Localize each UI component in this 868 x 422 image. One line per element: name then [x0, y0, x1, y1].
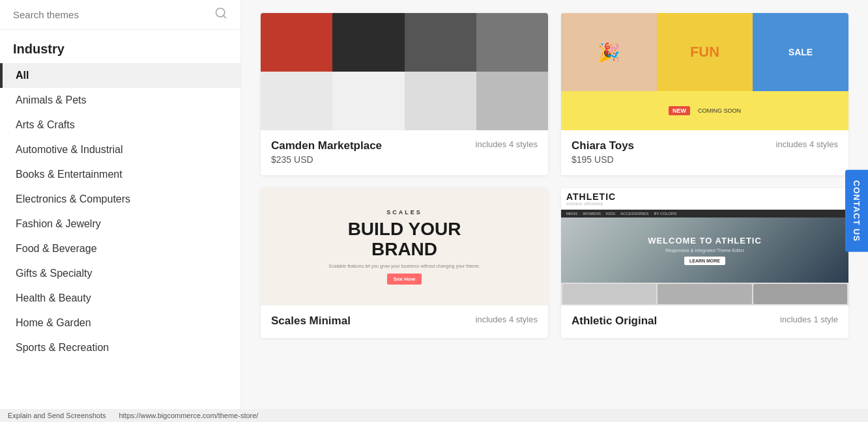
sidebar: Industry AllAnimals & PetsArts & CraftsA… [0, 0, 241, 422]
status-text: Explain and Send Screenshots [8, 412, 106, 419]
theme-card-chiara-toys[interactable]: 🎉 FUN SALE NEW COMING SOON Chiara Toys $… [561, 13, 848, 175]
theme-card-camden-marketplace[interactable]: Camden Marketplace $235 USD includes 4 s… [261, 13, 548, 175]
sidebar-item-animals-pets[interactable]: Animals & Pets [0, 88, 240, 113]
contact-us-button[interactable]: CONTACT US [845, 170, 868, 252]
theme-image: ATHLETIC STENCIL UPGRADE MENS WOMENS KID… [561, 188, 848, 305]
sidebar-item-all[interactable]: All [0, 63, 240, 88]
theme-card-info: Scales Minimal includes 4 styles [261, 305, 548, 338]
main-content: Camden Marketplace $235 USD includes 4 s… [241, 0, 868, 422]
search-icon [214, 7, 227, 23]
theme-name: Camden Marketplace [271, 139, 382, 152]
theme-styles: includes 4 styles [776, 139, 838, 149]
sidebar-item-gifts-specialty[interactable]: Gifts & Specialty [0, 261, 240, 286]
theme-card-athletic-original[interactable]: ATHLETIC STENCIL UPGRADE MENS WOMENS KID… [561, 188, 848, 338]
theme-name: Athletic Original [571, 315, 657, 328]
theme-card-info: Chiara Toys $195 USD includes 4 styles [561, 130, 848, 175]
theme-image [261, 13, 548, 130]
theme-price: $235 USD [271, 154, 382, 165]
theme-image: 🎉 FUN SALE NEW COMING SOON [561, 13, 848, 130]
sidebar-item-fashion-jewelry[interactable]: Fashion & Jewelry [0, 212, 240, 236]
industry-heading: Industry [0, 30, 240, 63]
nav-list: AllAnimals & PetsArts & CraftsAutomotive… [0, 63, 240, 367]
themes-grid: Camden Marketplace $235 USD includes 4 s… [261, 0, 848, 351]
sidebar-item-home-garden[interactable]: Home & Garden [0, 311, 240, 335]
sidebar-item-sports-recreation[interactable]: Sports & Recreation [0, 335, 240, 360]
theme-styles: includes 4 styles [476, 139, 538, 149]
sidebar-item-books-entertainment[interactable]: Books & Entertainment [0, 162, 240, 187]
sidebar-item-arts-crafts[interactable]: Arts & Crafts [0, 113, 240, 137]
status-bar: Explain and Send Screenshots https://www… [0, 409, 868, 422]
theme-styles: includes 4 styles [476, 315, 538, 324]
theme-card-info: Camden Marketplace $235 USD includes 4 s… [261, 130, 548, 175]
search-bar [0, 0, 240, 30]
theme-image: SCALES BUILD YOURBRAND Scalable features… [261, 188, 548, 305]
theme-price: $195 USD [571, 154, 634, 165]
search-input[interactable] [13, 9, 209, 20]
theme-card-info: Athletic Original includes 1 style [561, 305, 848, 338]
theme-card-scales-minimal[interactable]: SCALES BUILD YOURBRAND Scalable features… [261, 188, 548, 338]
status-url: https://www.bigcommerce.com/theme-store/ [119, 412, 258, 419]
sidebar-item-food-beverage[interactable]: Food & Beverage [0, 236, 240, 261]
sidebar-item-health-beauty[interactable]: Health & Beauty [0, 286, 240, 311]
svg-line-1 [224, 16, 226, 18]
theme-name: Chiara Toys [571, 139, 634, 152]
theme-name: Scales Minimal [271, 315, 351, 328]
sidebar-item-electronics-computers[interactable]: Electronics & Computers [0, 187, 240, 212]
theme-styles: includes 1 style [780, 315, 838, 324]
sidebar-item-automotive-industrial[interactable]: Automotive & Industrial [0, 137, 240, 162]
